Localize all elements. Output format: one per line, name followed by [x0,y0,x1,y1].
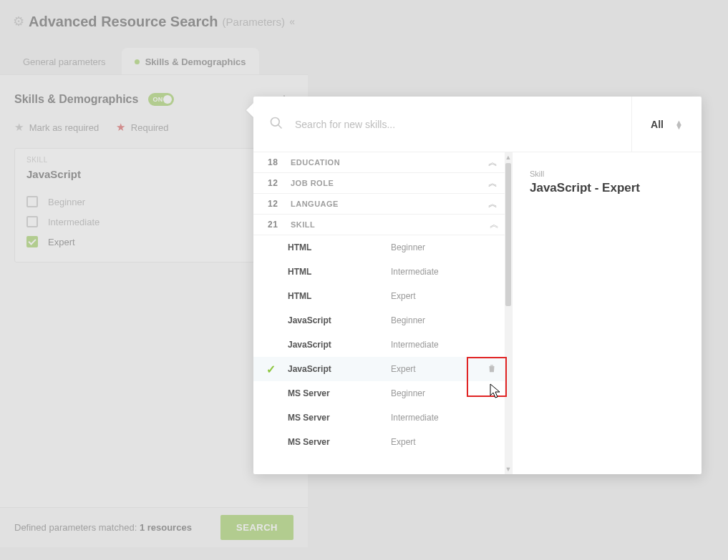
category-row[interactable]: 12JOB ROLE︽ [253,173,512,194]
skill-list[interactable]: 18EDUCATION︽12JOB ROLE︽12LANGUAGE︽21SKIL… [253,152,513,474]
filter-label: All [651,119,664,130]
popover-search-bar: All ▲▼ [253,97,702,152]
check-icon: ✓ [266,363,283,376]
skill-item-name: MS Server [283,388,391,398]
skill-item-level: Expert [391,437,485,447]
popover-body: 18EDUCATION︽12JOB ROLE︽12LANGUAGE︽21SKIL… [253,152,702,474]
skill-item-level: Beginner [391,315,485,325]
scroll-up-icon[interactable]: ▲ [505,152,512,162]
chevron-up-icon: ︽ [488,177,498,190]
svg-point-0 [271,117,280,126]
skill-item-row[interactable]: ✓HTMLExpert [253,284,512,308]
category-name: JOB ROLE [291,179,488,187]
scroll-thumb[interactable] [505,163,511,306]
search-icon [269,116,286,133]
skill-item-name: HTML [283,291,391,301]
scroll-down-icon[interactable]: ▼ [505,464,512,474]
chevron-up-icon: ︾ [488,218,498,231]
skill-picker-popover: All ▲▼ 18EDUCATION︽12JOB ROLE︽12LANGUAGE… [253,97,702,474]
filter-select[interactable]: All ▲▼ [631,97,702,152]
category-name: EDUCATION [291,158,488,167]
details-label: Skill [530,170,684,178]
skill-item-row[interactable]: ✓MS ServerIntermediate [253,406,512,430]
chevron-up-icon: ︽ [488,156,498,169]
skill-item-name: MS Server [283,437,391,447]
skill-item-name: MS Server [283,413,391,423]
skill-item-name: JavaScript [283,340,391,350]
skill-item-level: Expert [391,364,485,374]
category-count: 18 [268,157,291,167]
skill-item-level: Expert [391,291,485,301]
skill-item-name: JavaScript [283,364,391,374]
skill-item-name: HTML [283,267,391,277]
skill-item-level: Intermediate [391,413,485,423]
scrollbar[interactable]: ▲▼ [505,152,512,474]
category-count: 21 [268,220,291,230]
details-value: JavaScript - Expert [530,181,684,195]
skill-item-row[interactable]: ✓JavaScriptBeginner [253,308,512,333]
skill-item-level: Intermediate [391,267,485,277]
category-count: 12 [268,199,291,209]
skill-item-row[interactable]: ✓MS ServerExpert [253,430,512,454]
skill-item-row[interactable]: ✓JavaScriptIntermediate [253,333,512,357]
skill-item-row[interactable]: ✓HTMLIntermediate [253,260,512,284]
skill-item-row[interactable]: ✓HTMLBeginner [253,235,512,260]
category-row[interactable]: 21SKILL︾ [253,215,512,235]
skill-item-level: Beginner [391,242,485,252]
category-row[interactable]: 18EDUCATION︽ [253,152,512,173]
category-row[interactable]: 12LANGUAGE︽ [253,194,512,215]
svg-line-1 [278,124,282,128]
trash-icon[interactable] [485,363,499,375]
category-name: LANGUAGE [291,200,488,208]
skill-item-level: Intermediate [391,340,485,350]
search-input[interactable] [286,116,631,133]
skill-item-name: HTML [283,242,391,252]
category-name: SKILL [291,220,488,229]
sort-icon: ▲▼ [675,120,683,129]
skill-item-row[interactable]: ✓MS ServerBeginner [253,381,512,406]
category-count: 12 [268,178,291,188]
chevron-up-icon: ︽ [488,197,498,210]
details-pane: Skill JavaScript - Expert [513,152,702,474]
skill-item-row[interactable]: ✓JavaScriptExpert [253,357,512,381]
skill-item-name: JavaScript [283,315,391,325]
skill-item-level: Beginner [391,388,485,398]
